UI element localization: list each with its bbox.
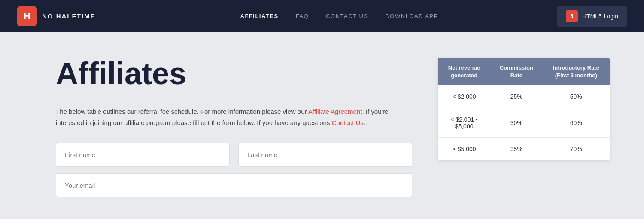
logo-icon: H <box>17 6 37 26</box>
last-name-input[interactable] <box>238 143 412 167</box>
nav-affiliates[interactable]: AFFILIATES <box>240 13 279 19</box>
table-row: > $5,000 35% 70% <box>438 138 610 161</box>
logo-text: NO HALFTIME <box>42 12 96 20</box>
description: The below table outlines our referral fe… <box>56 106 408 128</box>
cell-introductory-2: 70% <box>543 138 610 161</box>
contact-us-link[interactable]: Contact Us <box>332 119 364 126</box>
nav-contact-us[interactable]: CONTACT US <box>326 13 368 19</box>
navbar: H NO HALFTIME AFFILIATES FAQ CONTACT US … <box>0 0 644 32</box>
cell-revenue-0: < $2,000 <box>438 85 490 108</box>
cell-introductory-1: 60% <box>543 108 610 138</box>
main-content: Affiliates The below table outlines our … <box>0 32 644 214</box>
login-label: HTML5 Login <box>582 13 618 20</box>
login-button[interactable]: 5 HTML5 Login <box>557 6 627 27</box>
nav-links: AFFILIATES FAQ CONTACT US DOWNLOAD APP <box>122 13 557 19</box>
nav-faq[interactable]: FAQ <box>296 13 309 19</box>
table-header-row: Net revenue generated Commission Rate In… <box>438 58 610 85</box>
cell-introductory-0: 50% <box>543 85 610 108</box>
cell-revenue-1: < $2,001 - $5,000 <box>438 108 490 138</box>
cell-revenue-2: > $5,000 <box>438 138 490 161</box>
affiliate-agreement-link[interactable]: Affiliate Agreement <box>308 108 362 115</box>
first-name-input[interactable] <box>56 143 230 167</box>
email-input[interactable] <box>56 173 412 197</box>
page-title: Affiliates <box>56 58 412 89</box>
left-section: Affiliates The below table outlines our … <box>56 58 412 197</box>
form-name-row <box>56 143 412 167</box>
table-row: < $2,000 25% 50% <box>438 85 610 108</box>
col-header-commission: Commission Rate <box>490 58 542 85</box>
table-row: < $2,001 - $5,000 30% 60% <box>438 108 610 138</box>
col-header-introductory: Introductory Rate (First 3 months) <box>543 58 610 85</box>
description-text-3: . <box>364 119 365 126</box>
html5-icon: 5 <box>566 10 578 22</box>
description-text-1: The below table outlines our referral fe… <box>56 108 308 115</box>
col-header-revenue: Net revenue generated <box>438 58 490 85</box>
cell-commission-1: 30% <box>490 108 542 138</box>
logo[interactable]: H NO HALFTIME <box>17 6 96 26</box>
cell-commission-0: 25% <box>490 85 542 108</box>
nav-download-app[interactable]: DOWNLOAD APP <box>385 13 438 19</box>
cell-commission-2: 35% <box>490 138 542 161</box>
affiliate-table: Net revenue generated Commission Rate In… <box>438 58 610 160</box>
right-section: Net revenue generated Commission Rate In… <box>438 58 610 160</box>
